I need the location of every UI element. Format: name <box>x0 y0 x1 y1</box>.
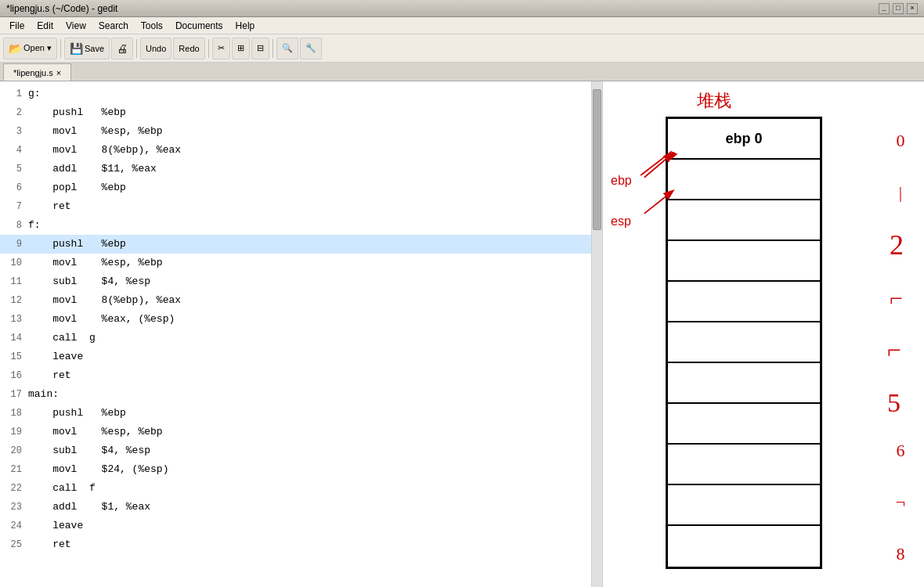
line-number: 13 <box>0 310 28 329</box>
line-number: 18 <box>0 404 28 423</box>
replace-button[interactable]: 🔧 <box>300 38 322 59</box>
code-line-25: 25 ret <box>0 535 602 554</box>
line-number: 8 <box>0 216 28 235</box>
line-number: 12 <box>0 291 28 310</box>
maximize-button[interactable]: □ <box>893 3 904 14</box>
toolbar-separator-4 <box>273 39 273 58</box>
menu-help[interactable]: Help <box>229 19 262 33</box>
right-num-2: 2 <box>885 224 916 265</box>
right-numbers: 0 | 2 ⌐ ⌐ 5 6 <box>885 121 916 587</box>
line-content: g: <box>28 85 602 103</box>
tab-close-button[interactable]: × <box>56 68 61 77</box>
line-content: main: <box>28 385 602 404</box>
toolbar-separator-1 <box>60 39 61 58</box>
menu-tools[interactable]: Tools <box>135 19 169 33</box>
toolbar-separator-3 <box>208 39 209 58</box>
right-num-1: | <box>885 172 916 213</box>
line-content: call f <box>28 479 602 498</box>
line-content: pushl %ebp <box>28 103 602 122</box>
line-content: ret <box>28 197 602 216</box>
save-button[interactable]: 💾 Save <box>64 38 110 59</box>
line-number: 7 <box>0 197 28 216</box>
svg-text:5: 5 <box>887 388 901 417</box>
code-line-8: 8f: <box>0 216 602 235</box>
line-number: 24 <box>0 517 28 535</box>
line-content: ret <box>28 366 602 385</box>
copy-button[interactable]: ⊞ <box>232 38 250 59</box>
redo-label: Redo <box>179 44 199 53</box>
save-icon: 💾 <box>70 42 83 55</box>
line-content: popl %ebp <box>28 178 602 197</box>
stack-cell-2 <box>668 200 820 241</box>
undo-button[interactable]: Undo <box>140 38 171 59</box>
print-icon: 🖨 <box>117 42 128 55</box>
main-content: 1g:2 pushl %ebp3 movl %esp, %ebp4 movl 8… <box>0 81 924 587</box>
code-lines: 1g:2 pushl %ebp3 movl %esp, %ebp4 movl 8… <box>0 81 602 557</box>
line-content: subl $4, %esp <box>28 272 602 291</box>
line-number: 25 <box>0 535 28 554</box>
print-button[interactable]: 🖨 <box>111 38 133 59</box>
open-button[interactable]: 📂 Open ▾ <box>3 38 57 59</box>
menu-file[interactable]: File <box>3 19 31 33</box>
line-content: pushl %ebp <box>28 235 602 254</box>
code-line-2: 2 pushl %ebp <box>0 103 602 122</box>
undo-label: Undo <box>146 44 166 53</box>
code-line-18: 18 pushl %ebp <box>0 404 602 423</box>
code-line-4: 4 movl 8(%ebp), %eax <box>0 141 602 160</box>
line-content: leave <box>28 348 602 366</box>
cut-button[interactable]: ✂ <box>212 38 230 59</box>
code-line-1: 1g: <box>0 85 602 103</box>
code-line-11: 11 subl $4, %esp <box>0 272 602 291</box>
code-line-24: 24 leave <box>0 517 602 535</box>
code-editor[interactable]: 1g:2 pushl %ebp3 movl %esp, %ebp4 movl 8… <box>0 81 603 587</box>
line-number: 5 <box>0 160 28 178</box>
code-line-20: 20 subl $4, %esp <box>0 441 602 460</box>
stack-cell-3 <box>668 241 820 282</box>
stack-cell-9 <box>668 485 820 526</box>
editor-scrollbar[interactable] <box>591 81 602 587</box>
svg-text:⌐: ⌐ <box>887 336 901 364</box>
close-button[interactable]: × <box>907 3 918 14</box>
menu-documents[interactable]: Documents <box>169 19 229 33</box>
line-number: 17 <box>0 385 28 404</box>
code-line-10: 10 movl %esp, %ebp <box>0 254 602 272</box>
code-line-7: 7 ret <box>0 197 602 216</box>
tab-label: *lipengju.s <box>13 68 53 77</box>
line-content: pushl %ebp <box>28 404 602 423</box>
line-number: 2 <box>0 103 28 122</box>
minimize-button[interactable]: _ <box>879 3 890 14</box>
line-content: movl %esp, %ebp <box>28 423 602 441</box>
code-line-19: 19 movl %esp, %ebp <box>0 423 602 441</box>
paste-button[interactable]: ⊟ <box>251 38 269 59</box>
menu-edit[interactable]: Edit <box>31 19 60 33</box>
redo-button[interactable]: Redo <box>173 38 204 59</box>
code-line-15: 15 leave <box>0 348 602 366</box>
line-number: 10 <box>0 254 28 272</box>
code-line-3: 3 movl %esp, %ebp <box>0 122 602 141</box>
stack-title: 堆栈 <box>697 89 731 113</box>
stack-cell-0-content: ebp 0 <box>725 131 762 147</box>
code-line-22: 22 call f <box>0 479 602 498</box>
find-button[interactable]: 🔍 <box>276 38 298 59</box>
tab-bar: *lipengju.s × <box>0 63 924 81</box>
right-num-6: 6 <box>885 430 916 471</box>
window-controls[interactable]: _ □ × <box>879 3 918 14</box>
code-line-5: 5 addl $11, %eax <box>0 160 602 178</box>
file-tab[interactable]: *lipengju.s × <box>3 63 71 81</box>
title-bar: *lipengju.s (~/Code) - gedit _ □ × <box>0 0 924 17</box>
line-content: call g <box>28 329 602 348</box>
code-line-12: 12 movl 8(%ebp), %eax <box>0 291 602 310</box>
line-number: 16 <box>0 366 28 385</box>
line-number: 14 <box>0 329 28 348</box>
menu-view[interactable]: View <box>60 19 92 33</box>
code-line-16: 16 ret <box>0 366 602 385</box>
open-icon: 📂 <box>9 42 22 55</box>
line-content: movl %eax, (%esp) <box>28 310 602 329</box>
code-line-13: 13 movl %eax, (%esp) <box>0 310 602 329</box>
menu-search[interactable]: Search <box>92 19 135 33</box>
line-number: 23 <box>0 498 28 517</box>
right-num-8: 8 <box>885 534 916 574</box>
scrollbar-thumb[interactable] <box>593 89 601 230</box>
right-num-3: ⌐ <box>885 275 916 316</box>
toolbar: 📂 Open ▾ 💾 Save 🖨 Undo Redo ✂ ⊞ ⊟ 🔍 🔧 <box>0 34 924 63</box>
